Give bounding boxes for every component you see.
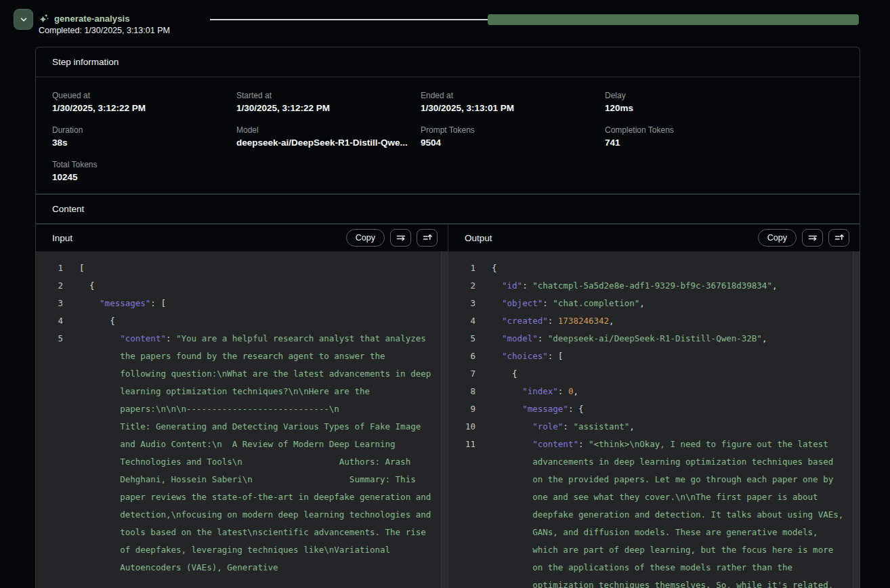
wrap-text-icon: [807, 232, 818, 243]
line-number: 1: [36, 259, 63, 277]
code-line: 11"content": "<think>\nOkay, I need to f…: [448, 436, 851, 588]
meta-value: 38s: [52, 138, 236, 148]
line-number: 11: [448, 436, 475, 588]
meta-model: Model deepseek-ai/DeepSeek-R1-Distill-Qw…: [236, 125, 421, 148]
meta-value: 741: [605, 138, 843, 148]
wrap-text-icon: [396, 232, 406, 243]
meta-label: Completion Tokens: [605, 125, 843, 135]
code-line: 9"message": {: [448, 400, 851, 418]
step-details-panel: Step information Queued at 1/30/2025, 3:…: [35, 47, 860, 588]
line-number: 10: [448, 418, 475, 436]
code-text: {: [475, 365, 851, 383]
code-text: "object": "chat.completion",: [475, 295, 851, 312]
code-line: 3"messages": [: [36, 295, 440, 312]
line-number: 4: [448, 312, 475, 330]
output-panel-title: Output: [465, 233, 753, 243]
input-panel: Input Copy: [36, 224, 448, 588]
meta-queued-at: Queued at 1/30/2025, 3:12:22 PM: [52, 91, 236, 113]
meta-label: Total Tokens: [52, 160, 236, 169]
meta-duration: Duration 38s: [52, 125, 236, 148]
input-scrollbar[interactable]: [441, 251, 448, 588]
chevron-down-icon: [19, 15, 28, 24]
code-text: "id": "chatcmpl-5a5d2e8e-adf1-9329-bf9c-…: [475, 277, 851, 295]
meta-started-at: Started at 1/30/2025, 3:12:22 PM: [236, 91, 421, 113]
input-output-panels: Input Copy: [36, 224, 860, 588]
lines-up-arrow-icon: [834, 232, 845, 243]
meta-value: deepseek-ai/DeepSeek-R1-Distill-Qwe...: [236, 138, 421, 148]
meta-ended-at: Ended at 1/30/2025, 3:13:01 PM: [421, 91, 605, 113]
code-line: 4"created": 1738246342,: [448, 312, 851, 330]
code-text: "content": "<think>\nOkay, I need to fig…: [475, 436, 851, 588]
code-text: "created": 1738246342,: [475, 312, 851, 330]
wrap-text-button[interactable]: [390, 229, 411, 247]
code-text: "model": "deepseek-ai/DeepSeek-R1-Distil…: [475, 330, 851, 348]
code-text: {: [475, 259, 851, 277]
line-number: 5: [448, 330, 475, 348]
expand-button[interactable]: [417, 229, 438, 247]
meta-label: Queued at: [52, 91, 236, 100]
copy-output-button[interactable]: Copy: [758, 229, 797, 247]
meta-total-tokens: Total Tokens 10245: [52, 160, 236, 182]
output-panel-header: Output Copy: [448, 224, 860, 251]
code-line: 1[: [36, 259, 440, 277]
output-panel: Output Copy: [448, 224, 860, 588]
code-line: 5"content": "You are a helpful research …: [36, 330, 440, 576]
output-code-viewer: 1{2"id": "chatcmpl-5a5d2e8e-adf1-9329-bf…: [448, 251, 860, 588]
input-panel-title: Input: [52, 233, 341, 243]
line-number: 4: [36, 312, 63, 330]
code-line: 1{: [448, 259, 851, 277]
meta-prompt-tokens: Prompt Tokens 9504: [421, 125, 605, 148]
timeline-span-bar[interactable]: [488, 14, 859, 25]
line-number: 3: [448, 295, 475, 312]
output-scrollbar[interactable]: [853, 251, 860, 588]
meta-label: Ended at: [421, 91, 605, 100]
meta-value: 9504: [421, 138, 605, 148]
input-panel-header: Input Copy: [36, 224, 448, 251]
meta-completion-tokens: Completion Tokens 741: [605, 125, 843, 148]
meta-label: Started at: [236, 91, 421, 100]
code-line: 10"role": "assistant",: [448, 418, 851, 436]
line-number: 1: [448, 259, 475, 277]
code-line: 2{: [36, 277, 440, 295]
code-text: {: [63, 277, 440, 295]
code-text: [: [63, 259, 440, 277]
code-text: "choices": [: [475, 348, 851, 365]
code-line: 5"model": "deepseek-ai/DeepSeek-R1-Disti…: [448, 330, 851, 348]
collapse-step-button[interactable]: [14, 9, 33, 30]
meta-value: 1/30/2025, 3:12:22 PM: [52, 103, 236, 113]
wrap-text-button[interactable]: [802, 229, 823, 247]
step-information-header: Step information: [36, 47, 860, 77]
code-text: "role": "assistant",: [475, 418, 851, 436]
step-title: generate-analysis: [54, 14, 130, 24]
meta-value: 1/30/2025, 3:13:01 PM: [421, 103, 605, 113]
trace-header: generate-analysis Completed: 1/30/2025, …: [0, 0, 890, 47]
sparkles-icon: [39, 13, 49, 24]
expand-button[interactable]: [828, 229, 849, 247]
input-code-viewer: 1[2{3"messages": [4{5"content": "You are…: [36, 251, 448, 588]
meta-value: 120ms: [605, 103, 843, 113]
code-line: 6"choices": [: [448, 348, 851, 365]
meta-label: Model: [236, 125, 421, 135]
code-line: 8"index": 0,: [448, 383, 851, 400]
line-number: 9: [448, 400, 475, 418]
code-line: 4{: [36, 312, 440, 330]
line-number: 7: [448, 365, 475, 383]
code-line: 2"id": "chatcmpl-5a5d2e8e-adf1-9329-bf9c…: [448, 277, 851, 295]
step-status-text: Completed: 1/30/2025, 3:13:01 PM: [39, 26, 170, 35]
step-metadata-grid: Queued at 1/30/2025, 3:12:22 PM Started …: [36, 77, 860, 194]
code-line: 3"object": "chat.completion",: [448, 295, 851, 312]
meta-value: 10245: [52, 172, 236, 182]
meta-label: Duration: [52, 125, 236, 135]
copy-input-button[interactable]: Copy: [346, 229, 385, 247]
meta-value: 1/30/2025, 3:12:22 PM: [236, 103, 421, 113]
code-text: "content": "You are a helpful research a…: [63, 330, 440, 576]
timeline-track: [210, 19, 488, 20]
line-number: 6: [448, 348, 475, 365]
code-text: "index": 0,: [475, 383, 851, 400]
meta-label: Delay: [605, 91, 843, 100]
code-text: "messages": [: [63, 295, 440, 312]
code-text: "message": {: [475, 400, 851, 418]
content-section-header: Content: [35, 194, 860, 224]
lines-up-arrow-icon: [422, 232, 433, 243]
code-line: 7{: [448, 365, 851, 383]
